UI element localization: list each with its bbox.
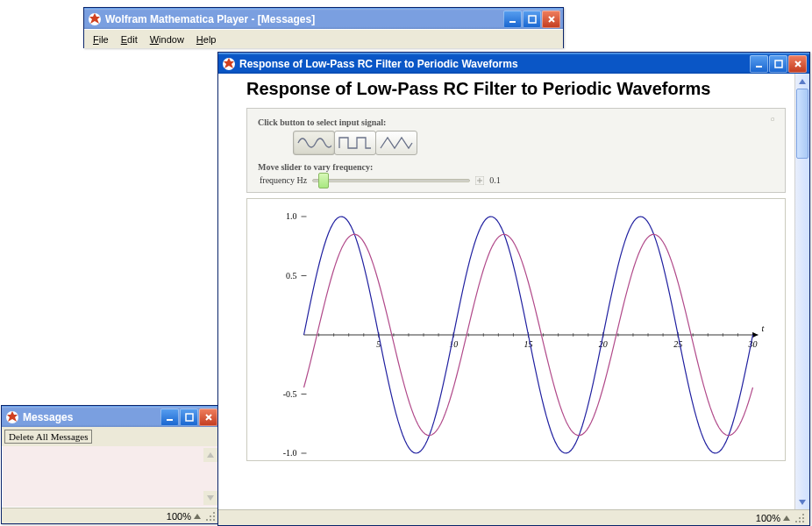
close-button[interactable] [542, 11, 560, 28]
chevron-up-icon[interactable] [783, 515, 790, 521]
resize-grip[interactable] [204, 510, 217, 522]
plot-frame: 51015202530-1.0-0.50.51.0t [246, 198, 786, 461]
svg-rect-62 [802, 514, 804, 515]
messages-body [2, 446, 220, 508]
svg-rect-5 [186, 414, 193, 421]
svg-text:1.0: 1.0 [286, 211, 297, 221]
svg-text:-1.0: -1.0 [283, 448, 297, 458]
maximize-button[interactable] [523, 11, 541, 28]
signal-square-button[interactable] [334, 131, 376, 155]
svg-rect-1 [509, 21, 516, 23]
zoom-text: 100% [167, 511, 191, 522]
zoom-text: 100% [756, 513, 780, 523]
player-titlebar: Wolfram Mathematica Player - [Messages] [84, 8, 563, 29]
svg-text:30: 30 [748, 339, 758, 349]
svg-rect-67 [802, 521, 804, 522]
gear-icon[interactable] [767, 114, 778, 124]
signal-sine-button[interactable] [293, 131, 335, 155]
menu-file[interactable]: File [87, 32, 115, 46]
freq-slider[interactable] [312, 179, 470, 182]
svg-rect-6 [213, 512, 215, 514]
player-title: Wolfram Mathematica Player - [Messages] [105, 13, 502, 25]
resize-grip[interactable] [794, 512, 806, 524]
messages-title: Messages [23, 411, 160, 423]
svg-rect-9 [206, 519, 208, 521]
freq-label: frequency Hz [260, 175, 307, 185]
svg-rect-10 [210, 519, 211, 521]
svg-rect-7 [210, 515, 211, 517]
plus-icon[interactable] [475, 176, 484, 185]
signal-buttons [258, 131, 774, 155]
svg-text:-0.5: -0.5 [283, 389, 297, 399]
scroll-thumb[interactable] [796, 89, 808, 159]
signal-triangle-button[interactable] [375, 131, 417, 155]
svg-rect-13 [756, 66, 762, 68]
vscrollbar[interactable] [794, 74, 809, 509]
minimize-button[interactable] [750, 55, 768, 73]
svg-rect-8 [213, 515, 215, 517]
doc-window: Response of Low-Pass RC Filter to Period… [217, 52, 810, 526]
chevron-up-icon[interactable] [194, 514, 201, 519]
scroll-down-button[interactable] [795, 494, 809, 509]
maximize-button[interactable] [769, 55, 787, 73]
svg-rect-63 [799, 517, 801, 519]
messages-statusbar: 100% [2, 508, 220, 523]
svg-rect-11 [213, 519, 215, 521]
wolfram-icon [88, 12, 102, 26]
doc-title: Response of Low-Pass RC Filter to Period… [239, 58, 749, 70]
plot: 51015202530-1.0-0.50.51.0t [247, 199, 785, 461]
svg-text:t: t [762, 323, 765, 333]
close-button[interactable] [199, 409, 217, 426]
scroll-up-button[interactable] [203, 448, 217, 462]
minimize-button[interactable] [160, 409, 179, 426]
svg-rect-66 [799, 521, 801, 522]
move-slider-label: Move slider to vary frequency: [258, 162, 774, 172]
select-signal-label: Click button to select input signal: [258, 117, 774, 127]
svg-point-15 [772, 118, 774, 121]
doc-content: Response of Low-Pass RC Filter to Period… [218, 74, 794, 509]
menubar: File Edit Window Help [84, 29, 563, 48]
menu-edit[interactable]: Edit [115, 32, 144, 46]
scroll-down-button[interactable] [203, 491, 217, 505]
maximize-button[interactable] [180, 409, 198, 426]
delete-all-button[interactable]: Delete All Messages [4, 430, 92, 444]
close-button[interactable] [788, 55, 807, 73]
doc-statusbar: 100% [218, 509, 809, 525]
page-title: Response of Low-Pass RC Filter to Period… [246, 75, 786, 108]
controls-panel: Click button to select input signal: Mov… [246, 108, 786, 193]
doc-titlebar: Response of Low-Pass RC Filter to Period… [218, 53, 809, 74]
messages-window: Messages Delete All Messages 100% [1, 405, 221, 524]
menu-help[interactable]: Help [190, 32, 223, 46]
freq-slider-thumb[interactable] [318, 173, 329, 188]
svg-rect-4 [167, 419, 173, 421]
svg-rect-65 [795, 521, 797, 522]
player-window: Wolfram Mathematica Player - [Messages] … [83, 7, 564, 48]
freq-value: 0.1 [489, 175, 501, 185]
svg-rect-2 [529, 16, 536, 23]
svg-rect-14 [775, 60, 782, 68]
minimize-button[interactable] [503, 11, 522, 28]
wolfram-icon [5, 410, 19, 424]
wolfram-icon [222, 57, 236, 71]
svg-rect-64 [802, 517, 804, 519]
scroll-up-button[interactable] [795, 74, 809, 89]
menu-window[interactable]: Window [144, 32, 190, 46]
messages-titlebar: Messages [2, 406, 220, 427]
svg-text:0.5: 0.5 [286, 271, 297, 281]
